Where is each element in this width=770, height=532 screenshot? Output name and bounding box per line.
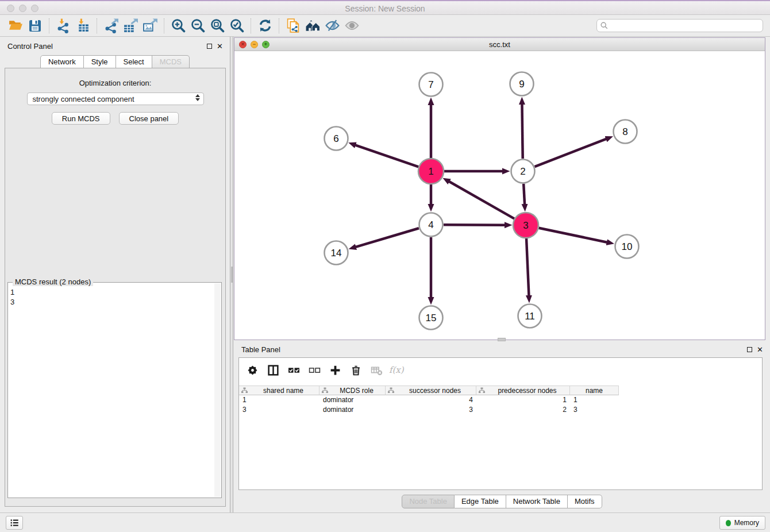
- cell[interactable]: 3: [386, 405, 476, 415]
- column-type-icon: [322, 387, 328, 394]
- column-header-predecessor-nodes[interactable]: predecessor nodes: [476, 385, 570, 395]
- svg-text:f(x): f(x): [389, 365, 405, 375]
- node-table-panel: f(x) shared nameMCDS rolesuccessor nodes…: [238, 357, 763, 490]
- table-settings-button[interactable]: [244, 363, 261, 377]
- home-network-button[interactable]: [303, 17, 322, 34]
- show-graphics-button[interactable]: [342, 17, 361, 34]
- tab-edge-table[interactable]: Edge Table: [455, 495, 506, 508]
- export-image-button[interactable]: [140, 17, 160, 34]
- deselect-all-rows-button[interactable]: [306, 363, 323, 377]
- tab-select[interactable]: Select: [116, 55, 152, 69]
- add-column-button[interactable]: [326, 363, 344, 377]
- delete-table-button[interactable]: [368, 363, 385, 377]
- tab-style[interactable]: Style: [84, 55, 116, 69]
- result-scrollbar[interactable]: [214, 283, 221, 497]
- graph-node-label-3: 3: [523, 220, 528, 231]
- open-session-button[interactable]: [6, 17, 25, 34]
- network-window-title: scc.txt: [234, 40, 765, 49]
- zoom-selected-button[interactable]: [227, 17, 247, 34]
- export-table-button[interactable]: [121, 17, 140, 34]
- graph-edge-4-14[interactable]: [356, 228, 419, 247]
- graph-edge-3-10[interactable]: [539, 228, 607, 242]
- graph-node-label-8: 8: [622, 126, 627, 137]
- import-network-button[interactable]: [53, 17, 73, 34]
- cell[interactable]: 3: [239, 405, 319, 415]
- status-bar: Memory: [0, 512, 770, 532]
- graph-edge-2-9[interactable]: [522, 104, 522, 159]
- graph-node-label-1: 1: [428, 166, 433, 177]
- network-window-titlebar[interactable]: ✕ − + scc.txt: [234, 38, 765, 51]
- close-table-panel-icon[interactable]: ✕: [757, 346, 763, 353]
- mcds-result-text[interactable]: 1 3: [10, 287, 213, 495]
- float-table-panel-icon[interactable]: [747, 347, 752, 352]
- list-icon: [9, 518, 20, 528]
- run-mcds-button[interactable]: Run MCDS: [52, 112, 110, 125]
- toolbar-separator: [251, 18, 251, 33]
- network-canvas[interactable]: 7968124314101511: [234, 51, 765, 340]
- memory-button[interactable]: Memory: [719, 516, 765, 530]
- column-type-icon: [479, 387, 485, 394]
- criterion-value: strongly connected component: [33, 95, 134, 103]
- graph-node-label-7: 7: [428, 79, 433, 90]
- graph-edge-4-3[interactable]: [444, 225, 505, 225]
- cell[interactable]: 1: [239, 395, 319, 405]
- float-panel-icon[interactable]: [207, 44, 212, 49]
- network-snapshot-button[interactable]: [283, 17, 303, 34]
- zoom-in-button[interactable]: [168, 17, 188, 34]
- criterion-dropdown[interactable]: strongly connected component: [27, 92, 204, 105]
- column-header-name[interactable]: name: [570, 385, 619, 395]
- graph-node-label-11: 11: [525, 311, 535, 322]
- tab-network-table[interactable]: Network Table: [506, 495, 568, 508]
- zoom-out-button[interactable]: [188, 17, 207, 34]
- graph-edge-1-6[interactable]: [356, 145, 419, 167]
- refresh-layout-button[interactable]: [255, 17, 275, 34]
- table-row-1[interactable]: 3dominator323: [239, 405, 762, 415]
- save-session-button[interactable]: [25, 17, 45, 34]
- delete-column-button[interactable]: [347, 363, 364, 377]
- task-history-button[interactable]: [6, 516, 23, 530]
- close-panel-button[interactable]: Close panel: [119, 112, 179, 125]
- session-title: Session: New Session: [0, 4, 770, 13]
- network-window: ✕ − + scc.txt 7968124314101511: [234, 37, 765, 340]
- cell[interactable]: 1: [476, 395, 570, 405]
- splitter-handle[interactable]: [231, 267, 233, 276]
- export-network-button[interactable]: [101, 17, 121, 34]
- close-panel-icon[interactable]: ✕: [217, 43, 223, 50]
- vertical-splitter[interactable]: [230, 37, 233, 512]
- cell[interactable]: 4: [386, 395, 476, 405]
- search-input[interactable]: [596, 19, 763, 32]
- function-builder-button[interactable]: f(x): [388, 363, 406, 377]
- column-header-shared-name[interactable]: shared name: [239, 385, 319, 395]
- control-panel-title: Control Panel: [7, 42, 53, 51]
- column-header-MCDS-role[interactable]: MCDS role: [319, 385, 386, 395]
- tab-network[interactable]: Network: [40, 55, 84, 69]
- graph-edge-2-8[interactable]: [535, 139, 606, 167]
- network-graph[interactable]: 7968124314101511: [234, 51, 765, 340]
- select-all-rows-button[interactable]: [285, 363, 302, 377]
- table-toolbar: f(x): [239, 358, 762, 381]
- toolbar-separator: [49, 18, 49, 33]
- hide-graphics-button[interactable]: [322, 17, 342, 34]
- tab-mcds[interactable]: MCDS: [152, 55, 190, 69]
- horizontal-splitter-handle[interactable]: [498, 338, 506, 341]
- table-header-row: shared nameMCDS rolesuccessor nodesprede…: [239, 385, 762, 395]
- cell[interactable]: 1: [570, 395, 619, 405]
- zoom-fit-button[interactable]: [207, 17, 227, 34]
- cell[interactable]: dominator: [319, 405, 386, 415]
- table-tabs-bar: Node TableEdge TableNetwork TableMotifs: [234, 490, 770, 512]
- graph-node-label-10: 10: [622, 241, 633, 252]
- graph-edge-3-11[interactable]: [526, 238, 529, 296]
- tab-motifs[interactable]: Motifs: [568, 495, 602, 508]
- split-panel-button[interactable]: [264, 363, 282, 377]
- graph-edge-3-1[interactable]: [449, 182, 514, 219]
- column-header-successor-nodes[interactable]: successor nodes: [386, 385, 476, 395]
- tab-node-table[interactable]: Node Table: [402, 495, 455, 508]
- table-row-0[interactable]: 1dominator411: [239, 395, 762, 405]
- cell[interactable]: dominator: [319, 395, 386, 405]
- cell[interactable]: 3: [570, 405, 619, 415]
- graph-edge-2-3[interactable]: [523, 184, 525, 205]
- cell[interactable]: 2: [476, 405, 570, 415]
- search-container: [596, 19, 763, 32]
- import-table-button[interactable]: [73, 17, 93, 34]
- search-icon: [600, 22, 608, 31]
